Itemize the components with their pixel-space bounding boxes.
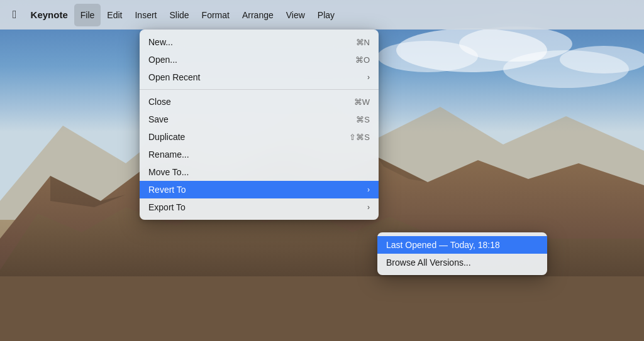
arrange-menu[interactable]: Arrange [236, 4, 280, 26]
revert-to-submenu: Last Opened — Today, 18:18 Browse All Ve… [377, 232, 547, 275]
file-menu-export-to[interactable]: Export To › [140, 198, 379, 216]
menu-separator-1 [140, 89, 379, 90]
svg-point-3 [377, 41, 478, 72]
file-menu-save[interactable]: Save ⌘S [140, 111, 379, 128]
file-menu-rename[interactable]: Rename... [140, 146, 379, 163]
file-menu-open[interactable]: Open... ⌘O [140, 51, 379, 68]
file-menu-dropdown: New... ⌘N Open... ⌘O Open Recent › Close… [140, 30, 379, 220]
revert-last-opened[interactable]: Last Opened — Today, 18:18 [377, 236, 547, 254]
format-menu[interactable]: Format [196, 4, 236, 26]
file-menu-new[interactable]: New... ⌘N [140, 33, 379, 51]
file-menu[interactable]: File [74, 4, 101, 26]
play-menu[interactable]: Play [311, 4, 341, 26]
menu-bar:  Keynote File Edit Insert Slide Format … [0, 0, 644, 30]
file-menu-move-to[interactable]: Move To... [140, 163, 379, 181]
file-menu-revert-to[interactable]: Revert To › [140, 181, 379, 198]
view-menu[interactable]: View [280, 4, 311, 26]
file-menu-close[interactable]: Close ⌘W [140, 93, 379, 111]
keynote-menu[interactable]: Keynote [25, 4, 74, 26]
file-menu-open-recent[interactable]: Open Recent › [140, 68, 379, 86]
insert-menu[interactable]: Insert [128, 4, 163, 26]
svg-rect-9 [0, 276, 644, 341]
apple-menu[interactable]:  [5, 4, 25, 26]
file-menu-duplicate[interactable]: Duplicate ⇧⌘S [140, 128, 379, 146]
edit-menu[interactable]: Edit [101, 4, 128, 26]
revert-browse-versions[interactable]: Browse All Versions... [377, 254, 547, 271]
slide-menu[interactable]: Slide [163, 4, 195, 26]
svg-point-5 [560, 46, 644, 73]
